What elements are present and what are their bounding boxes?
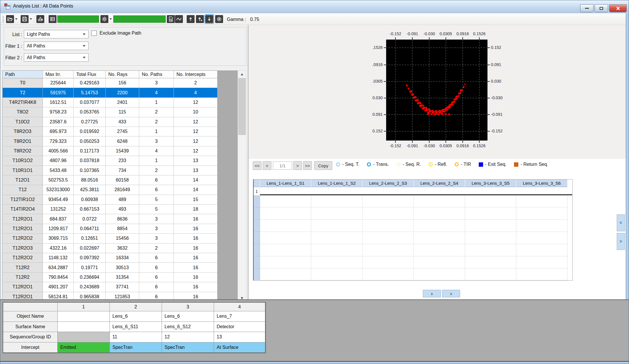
- table-cell[interactable]: 6248: [106, 136, 139, 146]
- plot-curve-button[interactable]: [175, 15, 183, 23]
- toolbar-grip[interactable]: [3, 16, 4, 22]
- table-cell[interactable]: 0.0722: [74, 214, 106, 224]
- table-cell[interactable]: T8O2: [3, 107, 43, 117]
- table-cell[interactable]: T8R2O3: [3, 127, 43, 136]
- surface-grid-cell[interactable]: [311, 256, 363, 269]
- surface-grid-row[interactable]: [254, 269, 573, 281]
- table-cell[interactable]: 37741: [106, 282, 139, 292]
- table-cell[interactable]: 0.022697: [74, 244, 106, 253]
- table-cell[interactable]: 532313000: [43, 185, 74, 195]
- table-cell[interactable]: 131252: [43, 205, 74, 214]
- table-cell[interactable]: T10R1O1: [3, 166, 43, 175]
- table-cell[interactable]: T12R2O1: [3, 282, 43, 292]
- column-header-no-intercepts[interactable]: No. Intercepts: [174, 71, 218, 78]
- table-cell[interactable]: T4R2TIR4K8: [3, 98, 43, 107]
- surface-column-header[interactable]: Lens_1-Lens_1_S1: [260, 180, 311, 187]
- table-cell[interactable]: 16: [174, 282, 218, 292]
- table-cell[interactable]: 16: [174, 253, 218, 263]
- surface-grid-cell[interactable]: [465, 195, 516, 207]
- surface-grid-cell[interactable]: [260, 220, 311, 232]
- scroll-up-icon[interactable]: ▲: [238, 71, 246, 77]
- maximize-button[interactable]: [595, 4, 608, 12]
- filter1-dropdown[interactable]: All Paths: [24, 42, 89, 50]
- surface-grid-cell[interactable]: [465, 269, 516, 281]
- table-cell[interactable]: T10O2: [3, 117, 43, 127]
- table-cell[interactable]: 1: [139, 156, 174, 166]
- table-cell[interactable]: 0.050253: [74, 136, 106, 146]
- grid-row-1[interactable]: 1: [254, 187, 573, 195]
- move-down-button[interactable]: [205, 15, 213, 23]
- surface-grid-cell[interactable]: [516, 269, 568, 281]
- surface-grid-cell[interactable]: [260, 195, 311, 207]
- settings-dropdown[interactable]: [109, 15, 112, 23]
- grid-up-button[interactable]: ∧: [423, 290, 441, 297]
- page-first-button[interactable]: <<: [253, 161, 262, 170]
- list-dropdown[interactable]: Light Paths: [24, 30, 89, 38]
- table-cell[interactable]: 115: [106, 107, 139, 117]
- surface-grid-cell[interactable]: [311, 207, 363, 220]
- table-cell[interactable]: T8R2O2: [3, 146, 43, 156]
- table-cell[interactable]: 0.27725: [74, 117, 106, 127]
- save-dropdown[interactable]: [29, 15, 33, 23]
- surface-grid-row[interactable]: [254, 232, 573, 244]
- report-button[interactable]: [167, 15, 175, 23]
- table-cell[interactable]: T12R2O1: [3, 214, 43, 224]
- surface-column-header[interactable]: Lens_2-Lens_2_S3: [363, 180, 414, 187]
- table-cell[interactable]: 0.19771: [74, 263, 106, 272]
- table-cell[interactable]: 1148.132: [43, 253, 74, 263]
- surface-grid-cell[interactable]: [260, 232, 311, 244]
- table-cell[interactable]: 16: [174, 234, 218, 243]
- table-cell[interactable]: 1: [139, 98, 174, 107]
- table-cell[interactable]: 433: [106, 117, 139, 127]
- surface-grid-row[interactable]: [254, 244, 573, 256]
- surface-grid-cell[interactable]: [311, 269, 363, 281]
- path-table-scrollbar[interactable]: ▲ ▼: [238, 70, 246, 302]
- surface-grid-cell[interactable]: [363, 244, 414, 256]
- surface-grid-cell[interactable]: [516, 256, 568, 269]
- table-cell[interactable]: 0.037818: [74, 156, 106, 166]
- surface-grid-cell[interactable]: [363, 195, 414, 207]
- surface-grid-cell[interactable]: [414, 207, 465, 220]
- table-cell[interactable]: 14: [174, 175, 218, 185]
- surface-grid-cell[interactable]: [363, 269, 414, 281]
- surface-grid-row[interactable]: [254, 220, 573, 232]
- table-cell[interactable]: 729.323: [43, 136, 74, 146]
- table-cell[interactable]: 6: [139, 185, 174, 195]
- table-cell[interactable]: T10R1O2: [3, 156, 43, 166]
- table-cell[interactable]: 1612.51: [43, 98, 74, 107]
- table-cell[interactable]: T12R2O3: [3, 244, 43, 253]
- table-cell[interactable]: 634.2887: [43, 263, 74, 272]
- surface-grid-row[interactable]: [254, 195, 573, 207]
- table-row[interactable]: T10R1O15433.480.107365734213: [3, 166, 217, 175]
- minimize-button[interactable]: [580, 4, 593, 12]
- table-cell[interactable]: 2: [139, 166, 174, 175]
- table-cell[interactable]: 233: [106, 156, 139, 166]
- table-cell[interactable]: T12R2O1: [3, 224, 43, 234]
- copy-button[interactable]: Copy: [314, 161, 332, 170]
- table-cell[interactable]: 6: [139, 273, 174, 282]
- table-cell[interactable]: T14TIR2O4: [3, 205, 43, 214]
- table-cell[interactable]: 489: [106, 195, 139, 205]
- surface-grid-cell[interactable]: [516, 232, 568, 244]
- surface-grid-cell[interactable]: [311, 244, 363, 256]
- surface-grid-cell[interactable]: [414, 232, 465, 244]
- table-row[interactable]: T12R2O11209.8170.0647118854316: [3, 224, 217, 234]
- table-cell[interactable]: 16: [174, 244, 218, 253]
- table-cell[interactable]: 225644: [43, 78, 74, 88]
- panel-left-button[interactable]: <: [617, 214, 625, 231]
- table-cell[interactable]: 4322.16: [43, 244, 74, 253]
- table-cell[interactable]: 16: [174, 214, 218, 224]
- table-cell[interactable]: 790.8454: [43, 273, 74, 282]
- surface-grid-cell[interactable]: [414, 220, 465, 232]
- table-cell[interactable]: 2: [139, 244, 174, 253]
- table-cell[interactable]: 4: [174, 88, 218, 97]
- table-cell[interactable]: 2: [174, 78, 218, 88]
- panel-right-button[interactable]: >: [617, 233, 625, 250]
- surface-grid-cell[interactable]: [414, 269, 465, 281]
- surface-grid-cell[interactable]: [311, 232, 363, 244]
- table-cell[interactable]: 30513: [106, 263, 139, 272]
- table-cell[interactable]: 493: [106, 205, 139, 214]
- table-cell[interactable]: 13: [174, 166, 218, 175]
- page-prev-button[interactable]: <: [263, 161, 271, 170]
- surface-grid-cell[interactable]: [516, 207, 568, 220]
